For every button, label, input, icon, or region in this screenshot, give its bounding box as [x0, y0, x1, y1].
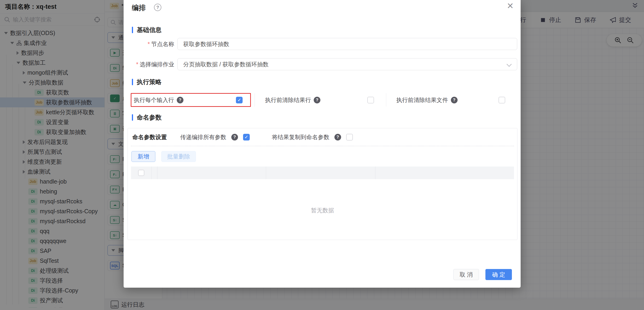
node-name-field[interactable]	[178, 38, 517, 50]
table-column-header	[158, 167, 266, 179]
app-root: 项目名称：xq-test 输入关键字搜索 数据引入层(ODS) 集成作业	[0, 0, 644, 310]
named-params-option-checkbox[interactable]	[243, 134, 250, 141]
exec-option-label: 执行每个输入行	[134, 96, 174, 104]
named-params-settings-label: 命名参数设置	[132, 133, 167, 141]
node-name-label: 节点名称	[132, 40, 178, 48]
job-select-value: 分页抽取数据 / 获取参数循环抽数	[183, 61, 268, 68]
dialog-title: 编排	[132, 3, 146, 13]
question-tooltip-icon[interactable]	[334, 134, 341, 141]
orchestration-dialog: 编排 基础信息 节点名称 选择编排作业 分页抽取数据 / 获取参数循环抽数 执行…	[124, 0, 521, 288]
section-basic-info: 基础信息	[132, 26, 162, 34]
exec-option: 执行前清除结果行	[254, 93, 386, 107]
confirm-button[interactable]: 确 定	[486, 269, 512, 280]
section-accent-bar	[132, 79, 133, 85]
named-params-panel: 命名参数设置 传递编排所有参数 将结果复制到命名参数 新增 批量删除	[128, 128, 518, 240]
named-params-option-label: 传递编排所有参数	[180, 133, 226, 141]
table-column-header	[266, 167, 376, 179]
table-column-header	[376, 167, 514, 179]
job-select-label: 选择编排作业	[132, 61, 178, 68]
exec-strategy-options: 执行每个输入行 执行前清除结果行 执行前清除结果文件	[132, 93, 517, 107]
named-params-option-label: 将结果复制到命名参数	[272, 133, 329, 141]
table-column-header	[152, 167, 158, 179]
table-header-checkbox-cell	[131, 167, 152, 179]
job-select[interactable]: 分页抽取数据 / 获取参数循环抽数	[178, 58, 517, 70]
section-exec-strategy: 执行策略	[132, 78, 162, 86]
exec-option-checkbox[interactable]	[367, 97, 374, 103]
named-params-actions: 新增 批量删除	[131, 146, 514, 167]
exec-option-checkbox[interactable]	[236, 97, 242, 103]
question-tooltip-icon[interactable]	[314, 97, 320, 103]
named-params-option-checkbox[interactable]	[346, 134, 353, 141]
exec-option-checkbox[interactable]	[498, 97, 505, 103]
add-button[interactable]: 新增	[132, 151, 155, 162]
named-params-table: 暂无数据	[131, 167, 514, 241]
batch-delete-button[interactable]: 批量删除	[161, 151, 196, 162]
help-icon[interactable]	[154, 4, 161, 11]
node-name-row: 节点名称	[132, 38, 517, 50]
exec-option-label: 执行前清除结果行	[265, 96, 311, 104]
named-params-option: 将结果复制到命名参数	[272, 133, 353, 141]
close-icon[interactable]	[507, 2, 514, 10]
question-tooltip-icon[interactable]	[231, 134, 238, 141]
exec-option: 执行前清除结果文件	[386, 93, 517, 107]
named-params-settings-row: 命名参数设置 传递编排所有参数 将结果复制到命名参数	[131, 128, 514, 146]
section-accent-bar	[132, 27, 133, 33]
chevron-down-icon	[506, 62, 512, 67]
question-tooltip-icon[interactable]	[451, 97, 458, 103]
job-select-row: 选择编排作业 分页抽取数据 / 获取参数循环抽数	[132, 58, 517, 70]
exec-option: 执行每个输入行	[132, 93, 254, 107]
section-named-params: 命名参数	[132, 113, 162, 122]
dialog-footer: 取 消 确 定	[454, 269, 512, 280]
section-accent-bar	[132, 114, 133, 121]
cancel-button[interactable]: 取 消	[454, 269, 479, 280]
question-tooltip-icon[interactable]	[177, 97, 184, 103]
table-empty-state: 暂无数据	[131, 179, 514, 241]
named-params-option: 传递编排所有参数	[180, 133, 250, 141]
node-name-input[interactable]	[183, 41, 512, 48]
select-all-checkbox[interactable]	[138, 170, 144, 176]
table-header-row	[131, 167, 514, 179]
exec-option-label: 执行前清除结果文件	[396, 96, 448, 104]
